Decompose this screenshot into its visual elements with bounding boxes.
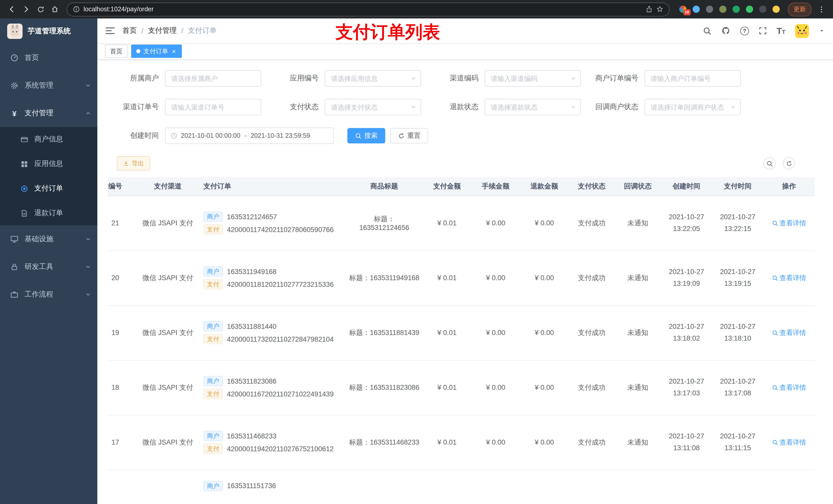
extension-icon[interactable] — [706, 5, 714, 13]
hamburger-icon[interactable] — [105, 27, 115, 35]
sidebar-item-home[interactable]: 首页 — [0, 44, 97, 72]
merchant-input[interactable] — [165, 70, 261, 87]
reset-button[interactable]: 重置 — [390, 128, 428, 143]
merchant-order-no-input[interactable] — [644, 70, 741, 87]
lock-icon — [10, 263, 19, 271]
app-logo[interactable]: 芋道管理系统 — [0, 19, 97, 44]
forward-icon[interactable] — [20, 3, 33, 16]
breadcrumb-home[interactable]: 首页 — [122, 26, 137, 35]
extension-icon[interactable] — [693, 5, 700, 13]
merchant-input-field[interactable] — [165, 74, 261, 82]
tab-pay-order[interactable]: 支付订单 — [131, 45, 182, 58]
sidebar-item-app-info[interactable]: 应用信息 — [0, 152, 97, 176]
bookmark-star-icon[interactable] — [656, 6, 663, 13]
page-content: 所属商户 应用编号 渠道编码 — [97, 60, 833, 504]
sidebar-item-workflow[interactable]: 工作流程 — [0, 281, 97, 308]
channel-code-select-field[interactable] — [485, 74, 580, 82]
app-no-select[interactable] — [325, 70, 421, 87]
date-line: 2021-10-27 — [664, 321, 709, 333]
table-toolbar: 导出 — [117, 156, 823, 171]
date-range-picker[interactable]: 2021-10-01 00:00:00 - 2021-10-31 23:59:5… — [165, 127, 334, 144]
date-line: 2021-10-27 — [715, 321, 760, 333]
extension-icon[interactable] — [733, 5, 740, 13]
sidebar-item-devtools[interactable]: 研发工具 — [0, 253, 97, 281]
browser-update-button[interactable]: 更新 — [788, 2, 811, 16]
view-detail-link[interactable]: 查看详情 — [772, 273, 806, 283]
refund-status-select-field[interactable] — [485, 103, 580, 111]
view-detail-link[interactable]: 查看详情 — [772, 383, 806, 392]
merchant-tag: 商户 — [204, 376, 223, 386]
close-icon[interactable] — [171, 48, 177, 54]
filter-channel-code: 渠道编码 — [427, 70, 581, 87]
cell-pay-time: 2021-10-27 13:11:15 — [712, 415, 763, 470]
date-line: 2021-10-27 — [664, 212, 709, 223]
breadcrumb-separator: / — [141, 27, 143, 35]
sidebar-item-refund-order[interactable]: 退款订单 — [0, 201, 97, 225]
profile-avatar-icon[interactable] — [772, 5, 780, 13]
cell-notify: 未通知 — [615, 305, 661, 360]
search-button[interactable]: 搜索 — [347, 128, 385, 143]
share-icon[interactable] — [645, 6, 653, 13]
sidebar-item-infra[interactable]: 基础设施 — [0, 225, 97, 253]
extension-icon[interactable] — [759, 5, 767, 13]
fullscreen-icon[interactable] — [759, 27, 767, 35]
channel-order-no-input[interactable] — [165, 99, 261, 115]
channel-order-no-input-field[interactable] — [165, 103, 261, 111]
time-line: 13:17:08 — [715, 387, 760, 399]
extension-icon[interactable] — [746, 5, 754, 13]
sidebar-item-label: 退款订单 — [34, 209, 63, 218]
refresh-table-button[interactable] — [783, 157, 795, 170]
target-icon — [21, 185, 28, 192]
help-icon[interactable]: ? — [740, 26, 749, 35]
notify-status-select[interactable] — [644, 99, 741, 115]
view-detail-link[interactable]: 查看详情 — [772, 218, 806, 228]
view-detail-label: 查看详情 — [780, 438, 806, 447]
caret-down-icon[interactable] — [819, 28, 825, 34]
merchant-order-line: 商户 1635311468233 — [204, 431, 343, 441]
pay-order-no: 4200001181202110277723215336 — [227, 281, 334, 288]
app-no-select-field[interactable] — [325, 74, 421, 82]
pay-status-select[interactable] — [325, 99, 421, 115]
browser-menu-icon[interactable] — [814, 3, 828, 16]
notify-status-select-field[interactable] — [645, 103, 740, 111]
back-icon[interactable] — [5, 3, 19, 16]
pay-tag: 支付 — [204, 389, 223, 399]
chevron-down-icon — [85, 264, 91, 270]
merchant-order-no-input-field[interactable] — [645, 74, 740, 82]
cell-title: 标题：1635312124656 — [346, 196, 423, 250]
home-icon[interactable] — [48, 3, 62, 16]
search-icon[interactable] — [703, 26, 712, 35]
view-detail-link[interactable]: 查看详情 — [772, 328, 806, 337]
user-avatar[interactable] — [795, 24, 809, 38]
orders-table: 编号 支付渠道 支付订单 商品标题 支付金额 手续金额 退款金额 支付状态 回调… — [108, 177, 823, 504]
sidebar-item-payment[interactable]: ¥ 支付管理 — [0, 99, 97, 127]
sidebar-item-merchant-info[interactable]: 商户信息 — [0, 127, 97, 152]
cell-id: 18 — [108, 360, 138, 415]
export-button[interactable]: 导出 — [117, 156, 150, 171]
filter-merchant: 所属商户 — [108, 70, 261, 87]
toggle-search-button[interactable] — [763, 157, 776, 170]
pay-status-select-field[interactable] — [325, 103, 421, 111]
view-detail-link[interactable]: 查看详情 — [772, 438, 806, 447]
reload-icon[interactable] — [34, 3, 47, 16]
filter-row-2: 渠道订单号 支付状态 退款状态 — [108, 99, 823, 115]
github-icon[interactable] — [721, 26, 731, 35]
site-info-icon[interactable] — [73, 6, 80, 13]
cell-id: 19 — [108, 305, 138, 360]
address-bar[interactable]: localhost:1024/pay/order — [67, 2, 670, 16]
pay-tag: 支付 — [204, 334, 223, 344]
font-size-icon[interactable]: TT — [777, 26, 785, 35]
card-icon — [21, 136, 28, 143]
sidebar-item-pay-order[interactable]: 支付订单 — [0, 176, 97, 201]
extension-icon[interactable] — [719, 5, 727, 13]
breadcrumb-payment[interactable]: 支付管理 — [148, 26, 177, 35]
merchant-order-no: 1635311823086 — [227, 377, 277, 385]
tab-home[interactable]: 首页 — [105, 45, 127, 58]
chevron-down-icon — [85, 236, 91, 242]
dashboard-icon — [10, 54, 19, 62]
sidebar-item-system[interactable]: 系统管理 — [0, 72, 97, 99]
channel-code-select[interactable] — [485, 70, 581, 87]
refund-status-select[interactable] — [485, 99, 581, 115]
extension-icon[interactable]: 10 — [679, 5, 687, 13]
cell-amount: ¥ 0.01 — [423, 250, 471, 305]
